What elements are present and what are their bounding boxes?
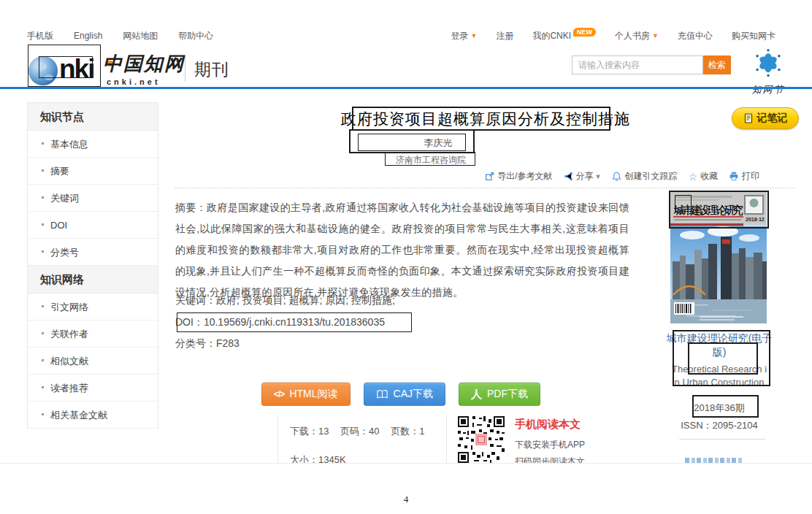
download-button-row: </> HTML阅读 CAJ下载 人 PDF下载 <box>175 383 627 406</box>
zhiwangjie-label: 知网节 <box>746 83 790 96</box>
nav-personal-bookroom[interactable]: 个人书房▼ <box>615 30 659 42</box>
article-abstract: 摘要：政府是国家建设的主导者,政府通过将国家收入转化为社会基础设施等项目的投资建… <box>175 197 629 303</box>
nav-register[interactable]: 注册 <box>496 30 513 42</box>
mobile-read-title: 手机阅读本文 <box>515 418 585 431</box>
sidebar-item-citation-network[interactable]: 引文网络 <box>28 294 158 321</box>
printer-icon <box>729 172 739 181</box>
svg-text:2018·12: 2018·12 <box>746 217 765 222</box>
sidebar-item-reader-recommend[interactable]: 读者推荐 <box>28 375 158 402</box>
article-doi: DOI：10.19569/j.cnki.cn119313/tu.20183603… <box>175 316 385 329</box>
nav-login[interactable]: 登录▼ <box>451 30 477 42</box>
nav-sitemap[interactable]: 网站地图 <box>123 30 158 42</box>
article-clc-number: 分类号：F283 <box>175 337 240 350</box>
cnki-article-page: 手机版 English 网站地图 帮助中心 登录▼ 注册 我的CNKINEW 个… <box>0 0 812 514</box>
article-affiliation[interactable]: 济南市工程咨询院 <box>175 154 686 166</box>
sidebar-item-keywords[interactable]: 关键词 <box>28 185 158 212</box>
stats-numbers: 下载：13 页码：40 页数：1 大小：1345K <box>277 415 447 463</box>
article-stats-block: 下载：13 页码：40 页数：1 大小：1345K <box>277 415 621 463</box>
capture-bottom-margin <box>0 463 812 514</box>
section-title-journal: 期刊 <box>194 58 229 81</box>
nav-recharge-center[interactable]: 充值中心 <box>678 30 713 42</box>
sidebar-item-abstract[interactable]: 摘要 <box>28 158 158 185</box>
chevron-down-icon: ▼ <box>652 32 659 39</box>
downloads-count: 下载：13 <box>290 426 329 437</box>
sidebar-item-basic-info[interactable]: 基本信息 <box>28 131 158 158</box>
bell-icon <box>612 172 621 181</box>
chevron-down-icon: ▼ <box>595 173 602 180</box>
sidebar-item-clc[interactable]: 分类号 <box>28 239 158 266</box>
journal-cover-image[interactable]: 城市建设理论研究 2018·12 <box>670 191 767 323</box>
html-read-button[interactable]: </> HTML阅读 <box>261 383 350 406</box>
qr-code <box>458 416 505 463</box>
nav-mobile-version[interactable]: 手机版 <box>27 30 53 42</box>
take-notes-button[interactable]: 记笔记 <box>732 107 799 129</box>
cnki-globe-logo-icon[interactable] <box>28 56 58 85</box>
star-icon: ☆ <box>688 172 697 182</box>
sidebar-section-knowledge-node: 知识节点 <box>28 103 158 131</box>
pdf-person-icon: 人 <box>471 388 482 402</box>
document-page-number: 4 <box>0 494 812 505</box>
article-title: 政府投资项目超概算原因分析及控制措施 <box>175 109 796 129</box>
search-input[interactable] <box>572 55 703 74</box>
nav-buy-card[interactable]: 购买知网卡 <box>732 30 775 42</box>
share-icon <box>564 172 573 181</box>
mobile-read-block: 手机阅读本文 下载安装手机APP 扫码同步阅读本文 <box>447 415 585 463</box>
export-reference-button[interactable]: 导出/参考文献 <box>485 170 552 183</box>
mobile-read-line1: 下载安装手机APP <box>515 439 585 451</box>
header-divider <box>185 58 185 82</box>
journal-divider <box>679 439 765 440</box>
pdf-download-button[interactable]: 人 PDF下载 <box>459 383 540 406</box>
new-badge: NEW <box>573 28 596 37</box>
chevron-down-icon: ▼ <box>470 32 477 39</box>
article-keywords: 关键词：政府; 投资项目; 超概算; 原因; 控制措施; <box>175 294 395 307</box>
sidebar: 知识节点 基本信息 摘要 关键词 DOI 分类号 知识网络 引文网络 关联作者 … <box>27 102 158 429</box>
page-number-stat: 页码：40 <box>340 426 379 437</box>
journal-name-cn[interactable]: 城市建设理论研究(电子版) <box>666 331 773 359</box>
header-blue-bar <box>0 87 812 89</box>
zhiwangjie-flower-icon <box>748 48 789 80</box>
code-icon: </> <box>274 389 284 399</box>
page-count-stat: 页数：1 <box>391 426 424 437</box>
caj-download-button[interactable]: CAJ下载 <box>364 383 445 406</box>
sidebar-item-doi[interactable]: DOI <box>28 212 158 239</box>
cutoff-link-text <box>685 458 742 463</box>
notebook-icon <box>743 113 754 123</box>
journal-issue[interactable]: 2018年36期 <box>666 402 773 415</box>
search-button[interactable]: 检索 <box>703 55 731 74</box>
nav-english[interactable]: English <box>74 31 102 41</box>
sidebar-item-similar-docs[interactable]: 相似文献 <box>28 348 158 375</box>
sidebar-item-related-fund-docs[interactable]: 相关基金文献 <box>28 402 158 429</box>
zhiwangjie-logo: 知网节 <box>746 48 790 96</box>
divider-dotted <box>175 188 796 188</box>
nav-help-center[interactable]: 帮助中心 <box>178 30 213 42</box>
cnki-logo-text[interactable]: nki <box>59 54 93 85</box>
citation-tracking-button[interactable]: 创建引文跟踪 <box>612 170 677 183</box>
journal-name-en[interactable]: Theoretical Research in Urban Constructi… <box>671 363 767 389</box>
book-icon <box>376 389 388 399</box>
svg-text:城市建设理论研究: 城市建设理论研究 <box>673 204 743 216</box>
top-utility-nav: 手机版 English 网站地图 帮助中心 登录▼ 注册 我的CNKINEW 个… <box>27 28 775 44</box>
article-author[interactable]: 李庆光 <box>175 137 701 150</box>
sidebar-item-related-authors[interactable]: 关联作者 <box>28 321 158 348</box>
export-icon <box>485 172 494 181</box>
article-action-bar: 导出/参考文献 分享 ▼ 创建引文跟踪 ☆ 收藏 打印 <box>434 170 759 183</box>
journal-issn: ISSN：2095-2104 <box>666 419 773 432</box>
share-button[interactable]: 分享 ▼ <box>564 170 602 183</box>
sidebar-section-knowledge-network: 知识网络 <box>28 266 158 294</box>
favorite-button[interactable]: ☆ 收藏 <box>688 170 718 183</box>
cnki-chinese-logo[interactable]: 中国知网 <box>103 51 185 77</box>
nav-my-cnki[interactable]: 我的CNKINEW <box>532 30 596 42</box>
print-button[interactable]: 打印 <box>729 170 759 183</box>
cnki-domain-text: cnki.net <box>107 77 161 86</box>
